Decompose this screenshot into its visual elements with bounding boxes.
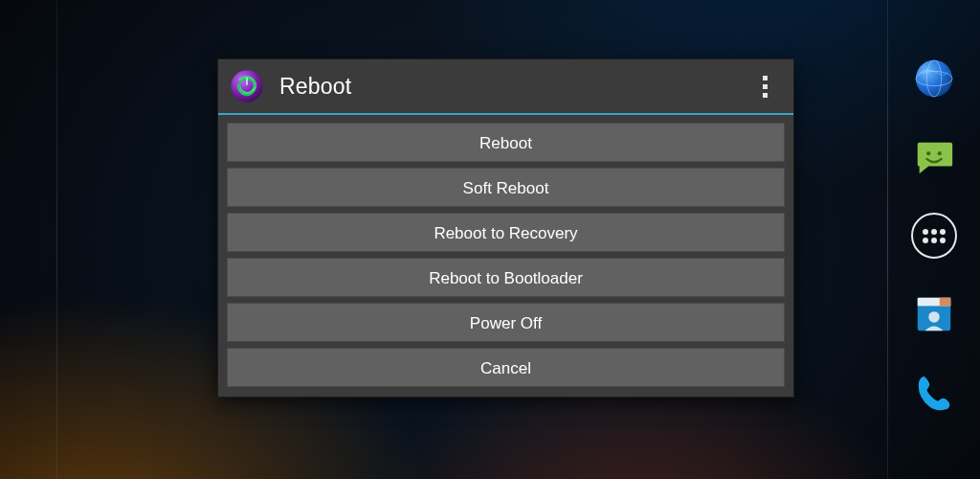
phone-icon [912,371,956,415]
power-off-button[interactable]: Power Off [227,303,785,342]
svg-point-8 [928,311,940,323]
app-drawer-icon [911,213,957,259]
svg-rect-7 [940,298,951,307]
overflow-menu-button[interactable] [744,65,786,107]
dock-app-messaging[interactable] [911,134,957,180]
reboot-app-icon [228,67,266,105]
svg-point-3 [926,151,930,155]
dock-app-drawer[interactable] [911,213,957,259]
dialog-header: Reboot [218,59,793,115]
left-guide-line [56,0,57,479]
overflow-icon [763,76,768,98]
globe-icon [912,57,956,101]
dock-app-phone[interactable] [911,370,957,416]
dock [888,0,980,479]
svg-point-9 [231,70,262,102]
contacts-icon [912,292,956,336]
cancel-button[interactable]: Cancel [227,348,785,387]
message-icon [912,135,956,179]
reboot-to-recovery-button[interactable]: Reboot to Recovery [227,213,785,252]
dock-app-contacts[interactable] [911,291,957,337]
reboot-dialog: Reboot Reboot Soft Reboot Reboot to Reco… [217,58,794,398]
dock-app-browser[interactable] [911,56,957,102]
dialog-title: Reboot [279,74,744,100]
reboot-to-bootloader-button[interactable]: Reboot to Bootloader [227,258,785,297]
svg-point-0 [916,60,952,97]
reboot-button[interactable]: Reboot [227,123,785,162]
dialog-body: Reboot Soft Reboot Reboot to Recovery Re… [218,115,793,397]
svg-point-4 [938,151,942,155]
soft-reboot-button[interactable]: Soft Reboot [227,168,785,207]
